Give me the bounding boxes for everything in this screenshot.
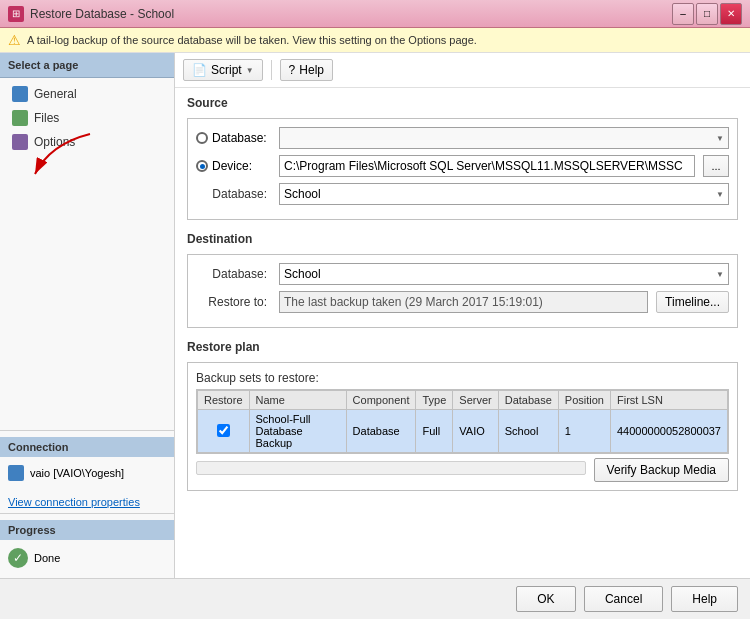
sidebar-item-files[interactable]: Files <box>0 106 174 130</box>
restore-checkbox[interactable] <box>217 424 230 437</box>
script-label: Script <box>211 63 242 77</box>
type-cell: Full <box>416 410 453 453</box>
restore-to-row: Restore to: Timeline... <box>196 291 729 313</box>
dest-database-dropdown[interactable]: School ▼ <box>279 263 729 285</box>
progress-status: Done <box>34 552 60 564</box>
sidebar-general-label: General <box>34 87 77 101</box>
device-radio-row: Device: ... <box>196 155 729 177</box>
device-radio[interactable] <box>196 160 208 172</box>
warning-icon: ⚠ <box>8 32 21 48</box>
sidebar-items: General Files Options <box>0 78 174 430</box>
toolbar: 📄 Script ▼ ? Help <box>175 53 750 88</box>
col-type: Type <box>416 391 453 410</box>
sidebar-item-general[interactable]: General <box>0 82 174 106</box>
first-lsn-cell: 44000000052800037 <box>610 410 727 453</box>
progress-section: Progress ✓ Done <box>0 513 174 578</box>
source-section: Source Database: ▼ <box>187 96 738 220</box>
device-radio-label[interactable]: Device: <box>196 159 271 173</box>
view-connection-container: View connection properties <box>0 491 174 513</box>
script-icon: 📄 <box>192 63 207 77</box>
progress-done: ✓ Done <box>8 544 166 572</box>
connection-info: vaio [VAIO\Yogesh] <box>8 461 166 485</box>
dest-database-row: Database: School ▼ <box>196 263 729 285</box>
toolbar-separator <box>271 60 272 80</box>
done-icon: ✓ <box>8 548 28 568</box>
col-first-lsn: First LSN <box>610 391 727 410</box>
dest-database-value: School <box>284 267 321 281</box>
verify-button[interactable]: Verify Backup Media <box>594 458 729 482</box>
timeline-button[interactable]: Timeline... <box>656 291 729 313</box>
dest-database-arrow: ▼ <box>716 270 724 279</box>
backup-sets-label: Backup sets to restore: <box>196 371 729 385</box>
col-server: Server <box>453 391 498 410</box>
title-bar: ⊞ Restore Database - School – □ ✕ <box>0 0 750 28</box>
database-cell: School <box>498 410 558 453</box>
col-restore: Restore <box>198 391 250 410</box>
progress-title: Progress <box>0 520 174 540</box>
backup-table: Restore Name Component Type Server Datab… <box>197 390 728 453</box>
maximize-button[interactable]: □ <box>696 3 718 25</box>
connection-section: Connection vaio [VAIO\Yogesh] <box>0 430 174 491</box>
close-button[interactable]: ✕ <box>720 3 742 25</box>
help-bottom-button[interactable]: Help <box>671 586 738 612</box>
restore-checkbox-cell[interactable] <box>198 410 250 453</box>
backup-table-container[interactable]: Restore Name Component Type Server Datab… <box>196 389 729 454</box>
restore-to-label: Restore to: <box>196 295 271 309</box>
database-radio[interactable] <box>196 132 208 144</box>
backup-name-cell: School-Full Database Backup <box>249 410 346 453</box>
cancel-button[interactable]: Cancel <box>584 586 663 612</box>
horizontal-scrollbar[interactable] <box>196 461 586 475</box>
col-database: Database <box>498 391 558 410</box>
position-cell: 1 <box>558 410 610 453</box>
minimize-button[interactable]: – <box>672 3 694 25</box>
col-position: Position <box>558 391 610 410</box>
destination-box: Database: School ▼ Restore to: Timeline.… <box>187 254 738 328</box>
restore-to-input[interactable] <box>279 291 648 313</box>
sidebar-options-label: Options <box>34 135 75 149</box>
window-controls: – □ ✕ <box>672 3 742 25</box>
sidebar-header: Select a page <box>0 53 174 78</box>
script-dropdown-arrow: ▼ <box>246 66 254 75</box>
device-radio-text: Device: <box>212 159 252 173</box>
server-cell: VAIO <box>453 410 498 453</box>
database-radio-label[interactable]: Database: <box>196 131 271 145</box>
view-connection-link[interactable]: View connection properties <box>8 496 140 508</box>
col-component: Component <box>346 391 416 410</box>
destination-section: Destination Database: School ▼ Restore t… <box>187 232 738 328</box>
sidebar-item-options[interactable]: Options <box>0 130 174 154</box>
warning-bar: ⚠ A tail-log backup of the source databa… <box>0 28 750 53</box>
database-radio-text: Database: <box>212 131 267 145</box>
general-icon <box>12 86 28 102</box>
browse-button[interactable]: ... <box>703 155 729 177</box>
connection-server: vaio [VAIO\Yogesh] <box>30 467 124 479</box>
table-row[interactable]: School-Full Database Backup Database Ful… <box>198 410 728 453</box>
source-database-arrow: ▼ <box>716 134 724 143</box>
source-database-dropdown[interactable]: ▼ <box>279 127 729 149</box>
source-title: Source <box>187 96 738 112</box>
sidebar: Select a page General Files Options <box>0 53 175 578</box>
window-title: Restore Database - School <box>30 7 174 21</box>
warning-text: A tail-log backup of the source database… <box>27 34 477 46</box>
connection-title: Connection <box>0 437 174 457</box>
device-path-input[interactable] <box>279 155 695 177</box>
source-db-label: Database: <box>196 187 271 201</box>
col-name: Name <box>249 391 346 410</box>
help-button[interactable]: ? Help <box>280 59 333 81</box>
files-icon <box>12 110 28 126</box>
restore-plan-section: Restore plan Backup sets to restore: Res… <box>187 340 738 491</box>
ok-button[interactable]: OK <box>516 586 576 612</box>
source-db-value: School <box>284 187 321 201</box>
form-content: Source Database: ▼ <box>175 88 750 578</box>
content-area: 📄 Script ▼ ? Help Source Database: <box>175 53 750 578</box>
restore-plan-title: Restore plan <box>187 340 738 356</box>
dest-database-label: Database: <box>196 267 271 281</box>
script-button[interactable]: 📄 Script ▼ <box>183 59 263 81</box>
connection-icon <box>8 465 24 481</box>
help-label: Help <box>299 63 324 77</box>
destination-title: Destination <box>187 232 738 248</box>
help-icon: ? <box>289 63 296 77</box>
source-db-dropdown[interactable]: School ▼ <box>279 183 729 205</box>
options-icon <box>12 134 28 150</box>
bottom-bar: OK Cancel Help <box>0 578 750 618</box>
sidebar-files-label: Files <box>34 111 59 125</box>
